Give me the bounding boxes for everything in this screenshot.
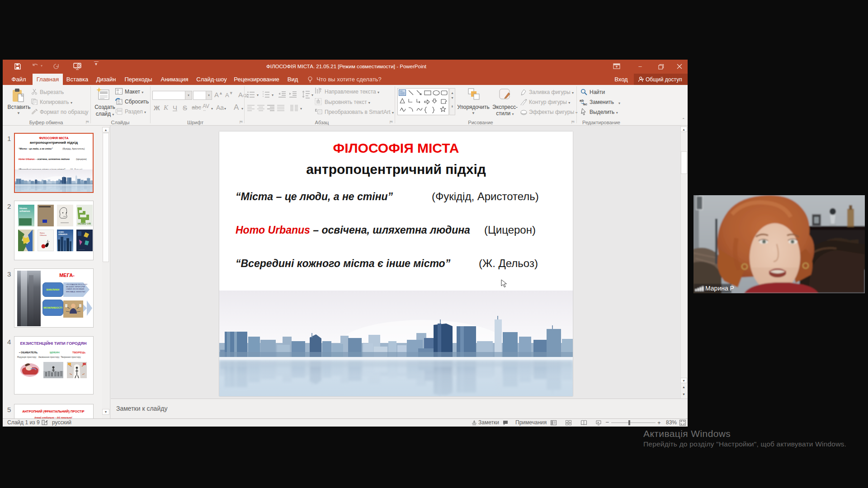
svg-text:HOMO URBIS: HOMO URBIS — [78, 222, 91, 225]
svg-text:______: ______ — [78, 248, 85, 250]
svg-text:ac: ac — [583, 102, 587, 106]
